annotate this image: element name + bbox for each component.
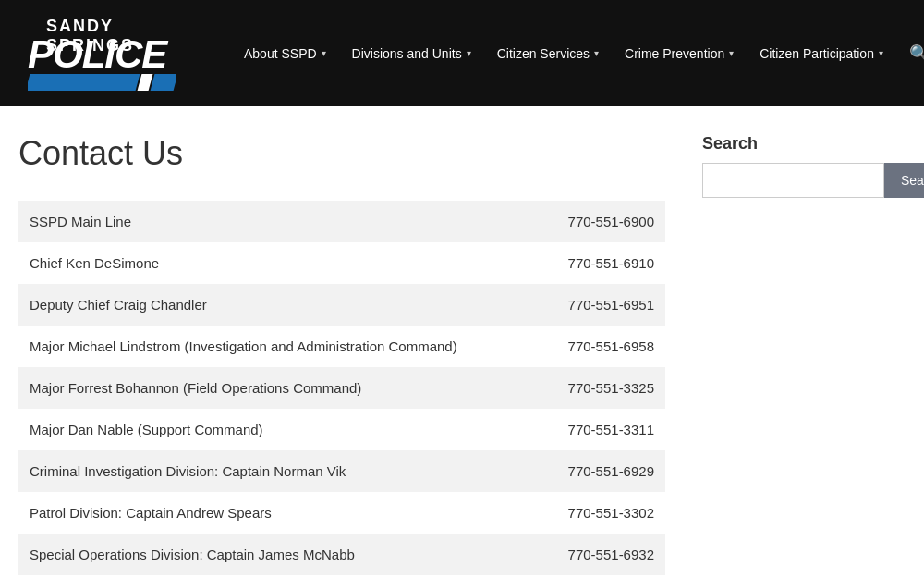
content-area: Contact Us SSPD Main Line 770-551-6900 C… [18, 134, 665, 575]
table-row: Chief Ken DeSimone 770-551-6910 [18, 242, 665, 284]
table-row: Patrol Division: Captain Andrew Spears 7… [18, 492, 665, 534]
logo-line2: POLICE [28, 32, 166, 77]
chevron-down-icon: ▾ [879, 48, 883, 58]
nav-about-sspd[interactable]: About SSPD ▾ [231, 37, 339, 70]
table-row: Special Operations Division: Captain Jam… [18, 534, 665, 575]
nav-citizen-participation[interactable]: Citizen Participation ▾ [747, 37, 896, 70]
nav-divisions-units[interactable]: Divisions and Units ▾ [339, 37, 484, 70]
logo-stripe [28, 74, 176, 91]
chevron-down-icon: ▾ [729, 48, 734, 58]
nav-crime-prevention[interactable]: Crime Prevention ▾ [612, 37, 747, 70]
table-row: Criminal Investigation Division: Captain… [18, 450, 665, 492]
contact-phone: 770-551-3302 [540, 492, 665, 534]
contact-name: SSPD Main Line [18, 201, 540, 242]
contact-name: Major Forrest Bohannon (Field Operations… [18, 367, 540, 409]
chevron-down-icon: ▾ [594, 48, 599, 58]
main-layout: Contact Us SSPD Main Line 770-551-6900 C… [0, 106, 924, 578]
table-row: Major Dan Nable (Support Command) 770-55… [18, 409, 665, 450]
contact-table: SSPD Main Line 770-551-6900 Chief Ken De… [18, 201, 665, 575]
search-row: Search [702, 163, 906, 198]
chevron-down-icon: ▾ [322, 48, 326, 58]
contact-name: Patrol Division: Captain Andrew Spears [18, 492, 540, 534]
page-title: Contact Us [18, 134, 665, 173]
sidebar: Search Search [702, 134, 906, 575]
contact-phone: 770-551-6951 [540, 284, 665, 326]
logo[interactable]: SANDY SPRINGS POLICE [18, 12, 203, 95]
search-input[interactable] [702, 163, 884, 198]
contact-phone: 770-551-6932 [540, 534, 665, 575]
contact-phone: 770-551-6929 [540, 450, 665, 492]
search-icon[interactable]: 🔍 [896, 34, 924, 73]
contact-phone: 770-551-6900 [540, 201, 665, 242]
contact-phone: 770-551-6958 [540, 326, 665, 367]
search-button[interactable]: Search [884, 163, 924, 198]
contact-phone: 770-551-3311 [540, 409, 665, 450]
chevron-down-icon: ▾ [467, 48, 471, 58]
main-nav: About SSPD ▾ Divisions and Units ▾ Citiz… [231, 34, 924, 73]
table-row: SSPD Main Line 770-551-6900 [18, 201, 665, 242]
contact-name: Major Michael Lindstrom (Investigation a… [18, 326, 540, 367]
table-row: Major Michael Lindstrom (Investigation a… [18, 326, 665, 367]
contact-phone: 770-551-3325 [540, 367, 665, 409]
nav-citizen-services[interactable]: Citizen Services ▾ [484, 37, 612, 70]
search-label: Search [702, 134, 906, 154]
table-row: Deputy Chief Craig Chandler 770-551-6951 [18, 284, 665, 326]
contact-name: Special Operations Division: Captain Jam… [18, 534, 540, 575]
table-row: Major Forrest Bohannon (Field Operations… [18, 367, 665, 409]
contact-name: Chief Ken DeSimone [18, 242, 540, 284]
contact-name: Criminal Investigation Division: Captain… [18, 450, 540, 492]
contact-name: Deputy Chief Craig Chandler [18, 284, 540, 326]
contact-name: Major Dan Nable (Support Command) [18, 409, 540, 450]
contact-phone: 770-551-6910 [540, 242, 665, 284]
site-header: SANDY SPRINGS POLICE About SSPD ▾ Divisi… [0, 0, 924, 106]
